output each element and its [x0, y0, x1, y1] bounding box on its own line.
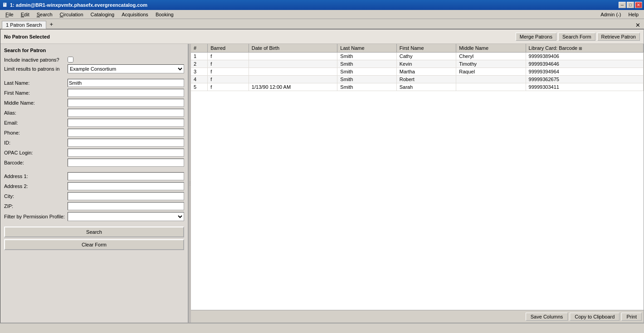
cell-last-name: Smith	[337, 83, 396, 91]
city-label: City:	[4, 193, 68, 199]
menu-edit[interactable]: Edit	[17, 11, 33, 18]
opac-login-input[interactable]	[68, 149, 184, 157]
col-barred[interactable]: Barred	[208, 44, 249, 53]
filter-profile-select[interactable]	[68, 212, 184, 221]
zip-row: ZIP:	[4, 202, 184, 210]
cell-first-name: Robert	[396, 76, 456, 83]
barcode-input[interactable]	[68, 159, 184, 167]
header-bar: No Patron Selected Merge Patrons Search …	[0, 29, 644, 44]
cell-first-name: Sarah	[396, 83, 456, 91]
opac-login-row: OPAC Login:	[4, 149, 184, 157]
search-form-button[interactable]: Search Form	[558, 33, 595, 41]
results-table-container: # Barred Date of Birth Last Name First N…	[191, 44, 644, 310]
first-name-label: First Name:	[4, 90, 68, 96]
cell-num: 4	[191, 76, 208, 83]
cell-dob: 1/13/90 12:00 AM	[249, 83, 337, 91]
tabbar: 1 Patron Search + ✕	[0, 19, 644, 29]
titlebar-buttons: ─ □ ✕	[619, 2, 642, 8]
maximize-button[interactable]: □	[627, 2, 634, 8]
statusbar-text	[2, 325, 3, 330]
tab-close-button[interactable]: ✕	[635, 22, 642, 29]
address2-label: Address 2:	[4, 183, 68, 189]
middle-name-input[interactable]	[68, 99, 184, 107]
cell-middle-name: Cheryl	[456, 53, 526, 60]
alias-input[interactable]	[68, 109, 184, 117]
alias-label: Alias:	[4, 110, 68, 116]
clear-form-button[interactable]: Clear Form	[4, 239, 184, 250]
menu-booking[interactable]: Booking	[152, 11, 177, 18]
cell-num: 5	[191, 83, 208, 91]
phone-input[interactable]	[68, 129, 184, 137]
menu-cataloging[interactable]: Cataloging	[87, 11, 118, 18]
table-row[interactable]: 5 f 1/13/90 12:00 AM Smith Sarah 9999930…	[191, 83, 644, 91]
city-input[interactable]	[68, 192, 184, 200]
include-inactive-checkbox[interactable]	[68, 57, 73, 63]
cell-barcode: 99999394964	[526, 68, 643, 76]
tab-patron-search[interactable]: 1 Patron Search	[2, 21, 46, 29]
search-button[interactable]: Search	[4, 227, 184, 237]
limit-results-select[interactable]: Example Consortium	[68, 64, 184, 73]
col-middle-name[interactable]: Middle Name	[456, 44, 526, 53]
cell-first-name: Cathy	[396, 53, 456, 60]
table-row[interactable]: 2 f Smith Kevin Timothy 99999394646	[191, 60, 644, 68]
menu-file[interactable]: File	[2, 11, 17, 18]
menu-admin[interactable]: Admin (-)	[597, 11, 624, 18]
address1-input[interactable]	[68, 172, 184, 180]
first-name-input[interactable]	[68, 89, 184, 97]
cell-num: 3	[191, 68, 208, 76]
table-header-row: # Barred Date of Birth Last Name First N…	[191, 44, 644, 53]
merge-patrons-button[interactable]: Merge Patrons	[516, 33, 556, 41]
copy-clipboard-button[interactable]: Copy to Clipboard	[570, 313, 620, 321]
menubar: File Edit Search Circulation Cataloging …	[0, 10, 644, 19]
col-dob[interactable]: Date of Birth	[249, 44, 337, 53]
col-first-name[interactable]: First Name	[396, 44, 456, 53]
body-split: Search for Patron Include inactive patro…	[0, 44, 644, 323]
col-last-name[interactable]: Last Name	[337, 44, 396, 53]
address1-label: Address 1:	[4, 174, 68, 179]
results-panel: # Barred Date of Birth Last Name First N…	[191, 44, 644, 323]
cell-num: 1	[191, 53, 208, 60]
menu-circulation[interactable]: Circulation	[56, 11, 87, 18]
opac-login-label: OPAC Login:	[4, 150, 68, 155]
col-number[interactable]: #	[191, 44, 208, 53]
menu-acquisitions[interactable]: Acquisitions	[118, 11, 152, 18]
id-input[interactable]	[68, 139, 184, 147]
email-label: Email:	[4, 120, 68, 125]
titlebar-title: 1: admin@BR1-winxpvmfx.phasefx.evergreen…	[10, 2, 147, 8]
zip-input[interactable]	[68, 202, 184, 210]
retrieve-patron-button[interactable]: Retrieve Patron	[597, 33, 640, 41]
address1-row: Address 1:	[4, 172, 184, 180]
barcode-row: Barcode:	[4, 159, 184, 167]
cell-barcode: 99999303411	[526, 83, 643, 91]
last-name-input[interactable]	[68, 79, 184, 87]
no-patron-label: No Patron Selected	[4, 34, 50, 39]
barcode-label: Barcode:	[4, 160, 68, 165]
menu-search[interactable]: Search	[33, 11, 56, 18]
form-buttons: Search Clear Form	[4, 227, 184, 250]
table-row[interactable]: 3 f Smith Martha Raquel 99999394964	[191, 68, 644, 76]
close-button[interactable]: ✕	[635, 2, 642, 8]
include-inactive-row: Include inactive patrons?	[4, 57, 184, 63]
col-barcode[interactable]: Library Card: Barcode ⊞	[526, 44, 643, 53]
menu-help[interactable]: Help	[624, 11, 642, 18]
email-input[interactable]	[68, 119, 184, 127]
minimize-button[interactable]: ─	[619, 2, 626, 8]
cell-last-name: Smith	[337, 68, 396, 76]
cell-barcode: 99999389406	[526, 53, 643, 60]
address2-input[interactable]	[68, 182, 184, 190]
tab-add-button[interactable]: +	[47, 20, 56, 29]
cell-barred: f	[208, 60, 249, 68]
table-row[interactable]: 1 f Smith Cathy Cheryl 99999389406	[191, 53, 644, 60]
cell-middle-name	[456, 76, 526, 83]
main-content: No Patron Selected Merge Patrons Search …	[0, 29, 644, 323]
print-button[interactable]: Print	[621, 313, 642, 321]
limit-results-label: Limit results to patrons in	[4, 66, 68, 72]
middle-name-row: Middle Name:	[4, 99, 184, 107]
phone-label: Phone:	[4, 130, 68, 135]
results-table: # Barred Date of Birth Last Name First N…	[191, 44, 644, 91]
cell-barred: f	[208, 53, 249, 60]
save-columns-button[interactable]: Save Columns	[526, 313, 568, 321]
table-row[interactable]: 4 f Smith Robert 99999362675	[191, 76, 644, 83]
search-panel: Search for Patron Include inactive patro…	[0, 44, 189, 323]
cell-middle-name	[456, 83, 526, 91]
